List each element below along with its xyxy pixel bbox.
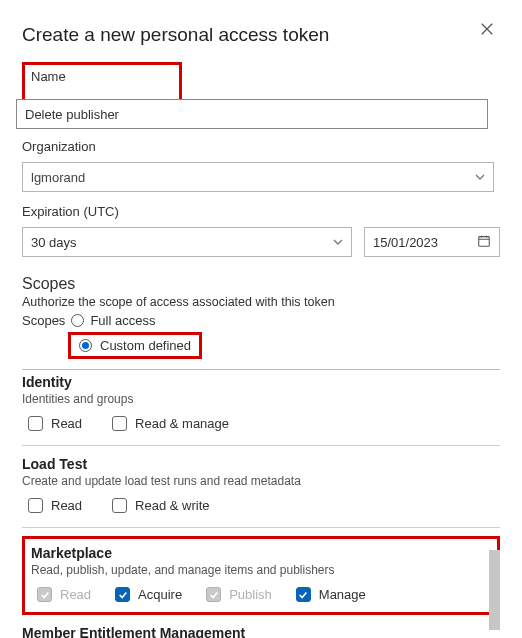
svg-rect-0 [479,236,490,246]
close-button[interactable] [476,18,498,40]
group-title: Marketplace [31,545,491,561]
radio-custom-defined-label: Custom defined [100,338,191,353]
highlight-custom: Custom defined [68,332,202,359]
expiration-date-value: 15/01/2023 [373,235,438,250]
chk-marketplace-acquire[interactable]: Acquire [115,587,182,602]
group-title: Identity [22,374,500,390]
expiration-select[interactable]: 30 days [22,227,352,257]
group-loadtest: Load Test Create and update load test ru… [22,446,500,528]
scrollbar-thumb[interactable] [489,550,500,630]
page-title: Create a new personal access token [22,24,500,46]
group-subtitle: Read, publish, update, and manage items … [31,563,491,577]
chk-identity-read[interactable]: Read [28,416,82,431]
scopes-list: Identity Identities and groups Read Read… [22,369,500,638]
group-title: Load Test [22,456,500,472]
expiration-date-input[interactable]: 15/01/2023 [364,227,500,257]
organization-label: Organization [22,139,500,154]
expiration-value: 30 days [31,235,77,250]
highlight-marketplace: Marketplace Read, publish, update, and m… [22,536,500,615]
group-title: Member Entitlement Management [22,625,500,638]
scrollbar[interactable] [489,370,500,638]
calendar-icon [477,234,491,251]
group-subtitle: Create and update load test runs and rea… [22,474,500,488]
chevron-down-icon [475,170,485,185]
name-input[interactable] [16,99,488,129]
chk-loadtest-read[interactable]: Read [28,498,82,513]
organization-select[interactable]: lgmorand [22,162,494,192]
chk-loadtest-write[interactable]: Read & write [112,498,209,513]
group-identity: Identity Identities and groups Read Read… [22,370,500,446]
radio-full-access[interactable] [71,314,84,327]
chk-identity-manage[interactable]: Read & manage [112,416,229,431]
radio-custom-defined[interactable] [79,339,92,352]
expiration-label: Expiration (UTC) [22,204,500,219]
chk-marketplace-read: Read [37,587,91,602]
chk-marketplace-manage[interactable]: Manage [296,587,366,602]
group-subtitle: Identities and groups [22,392,500,406]
group-member-entitlement: Member Entitlement Management Read and m… [22,615,500,638]
radio-full-access-label: Full access [90,313,155,328]
name-label: Name [31,69,173,84]
scopes-label: Scopes [22,313,65,328]
close-icon [480,22,494,36]
scopes-hint: Authorize the scope of access associated… [22,295,500,309]
scopes-heading: Scopes [22,275,500,293]
organization-value: lgmorand [31,170,85,185]
chk-marketplace-publish: Publish [206,587,272,602]
chevron-down-icon [333,235,343,250]
